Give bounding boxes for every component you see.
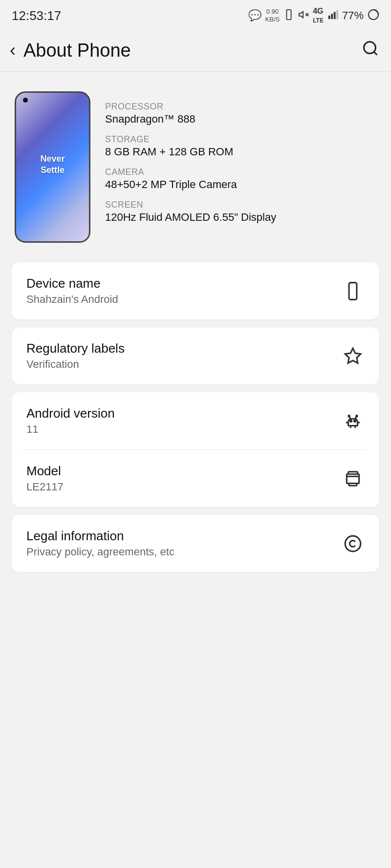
device-name-card[interactable]: Device name Shahzain's Android <box>12 262 379 319</box>
camera-value: 48+50+2 MP Triple Camera <box>105 178 376 191</box>
network-icon: 4GLTE <box>313 7 324 24</box>
status-bar: 12:53:17 💬 0.90KB/S 4GLTE <box>0 0 391 29</box>
svg-rect-26 <box>348 471 358 474</box>
signal-icon <box>327 9 338 22</box>
svg-rect-7 <box>334 12 336 19</box>
processor-spec: PROCESSOR Snapdragon™ 888 <box>105 102 376 126</box>
regulatory-card[interactable]: Regulatory labels Verification <box>12 327 379 384</box>
back-button[interactable]: ‹ <box>8 38 18 63</box>
storage-label: STORAGE <box>105 134 376 145</box>
device-name-subtitle: Shahzain's Android <box>26 293 333 306</box>
svg-point-10 <box>364 42 376 54</box>
phone-image: Never Settle <box>15 91 90 243</box>
mute-icon <box>298 9 309 22</box>
page-title: About Phone <box>23 40 131 61</box>
phone-icon <box>283 9 294 22</box>
top-bar: ‹ About Phone <box>0 29 391 72</box>
network-speed: 0.90KB/S <box>265 8 280 23</box>
svg-rect-5 <box>328 15 330 19</box>
svg-rect-0 <box>287 9 291 19</box>
device-name-content: Device name Shahzain's Android <box>26 276 333 306</box>
legal-title: Legal information <box>26 529 333 544</box>
svg-rect-6 <box>331 14 333 19</box>
svg-rect-12 <box>349 282 357 299</box>
battery-icon <box>368 9 379 23</box>
svg-point-19 <box>356 415 358 417</box>
screen-value: 120Hz Fluid AMOLED 6.55" Display <box>105 211 376 224</box>
model-card[interactable]: Model LE2117 <box>12 450 379 507</box>
storage-value: 8 GB RAM + 128 GB ROM <box>105 146 376 158</box>
star-icon <box>341 344 365 368</box>
device-name-title: Device name <box>26 276 333 291</box>
storage-spec: STORAGE 8 GB RAM + 128 GB ROM <box>105 134 376 158</box>
specs-list: PROCESSOR Snapdragon™ 888 STORAGE 8 GB R… <box>105 102 376 233</box>
cards-section: Device name Shahzain's Android Regulator… <box>0 262 391 580</box>
svg-point-17 <box>348 415 350 417</box>
processor-label: PROCESSOR <box>105 102 376 112</box>
android-model-group: Android version 11 <box>12 392 379 507</box>
top-bar-left: ‹ About Phone <box>8 38 131 63</box>
status-icons: 💬 0.90KB/S 4GLTE <box>248 7 379 24</box>
model-subtitle: LE2117 <box>26 481 333 493</box>
copyright-icon <box>341 532 365 555</box>
model-title: Model <box>26 464 333 479</box>
whatsapp-icon: 💬 <box>248 9 261 22</box>
screen-label: SCREEN <box>105 200 376 210</box>
regulatory-subtitle: Verification <box>26 358 333 371</box>
svg-point-28 <box>345 536 361 551</box>
legal-content: Legal information Privacy policy, agreem… <box>26 529 333 558</box>
svg-rect-8 <box>336 10 338 19</box>
svg-marker-13 <box>345 348 361 363</box>
svg-point-15 <box>354 420 355 422</box>
svg-rect-24 <box>347 474 359 483</box>
model-icon <box>341 467 365 490</box>
svg-marker-2 <box>299 11 303 18</box>
camera-spec: CAMERA 48+50+2 MP Triple Camera <box>105 167 376 191</box>
android-version-card[interactable]: Android version 11 <box>12 392 379 449</box>
camera-label: CAMERA <box>105 167 376 177</box>
regulatory-content: Regulatory labels Verification <box>26 341 333 371</box>
android-version-subtitle: 11 <box>26 423 333 436</box>
legal-subtitle: Privacy policy, agreements, etc <box>26 546 333 558</box>
legal-card[interactable]: Legal information Privacy policy, agreem… <box>12 515 379 572</box>
svg-point-14 <box>350 420 351 422</box>
status-time: 12:53:17 <box>12 8 61 23</box>
phone-notch <box>23 98 28 103</box>
android-icon <box>341 409 365 433</box>
battery-text: 77% <box>342 9 364 22</box>
android-version-title: Android version <box>26 406 333 421</box>
processor-value: Snapdragon™ 888 <box>105 113 376 126</box>
svg-line-11 <box>374 52 377 55</box>
regulatory-title: Regulatory labels <box>26 341 333 356</box>
phone-tagline: Never Settle <box>40 153 65 176</box>
android-version-content: Android version 11 <box>26 406 333 436</box>
device-icon <box>341 279 365 303</box>
svg-rect-27 <box>349 483 357 486</box>
phone-info-section: Never Settle PROCESSOR Snapdragon™ 888 S… <box>0 72 391 262</box>
model-content: Model LE2117 <box>26 464 333 493</box>
screen-spec: SCREEN 120Hz Fluid AMOLED 6.55" Display <box>105 200 376 224</box>
search-button[interactable] <box>362 40 379 61</box>
